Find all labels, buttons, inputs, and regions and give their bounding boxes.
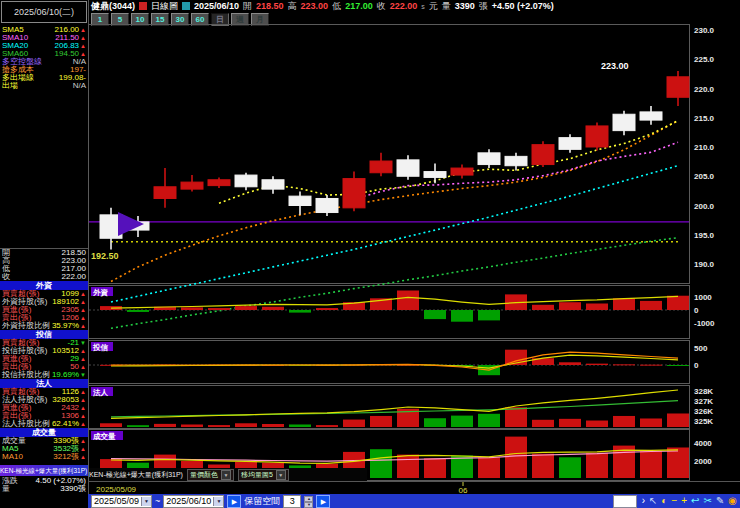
section-row: MA103212張▲ (0, 453, 88, 461)
svg-text:06: 06 (459, 486, 468, 494)
svg-text:190.0: 190.0 (694, 260, 715, 269)
svg-text:328K: 328K (694, 387, 713, 396)
date-from-value: 2025/05/09 (92, 496, 141, 506)
ma-legend: SMA5216.00▲SMA10211.50▲SMA20206.83▲SMA60… (0, 26, 88, 58)
zoom-out-icon[interactable]: − (671, 494, 677, 508)
svg-text:326K: 326K (694, 407, 713, 416)
chart-canvas[interactable]: 230.0225.0220.0215.0210.0205.0200.0195.0… (88, 0, 740, 494)
zoom-in-icon[interactable]: + (681, 494, 687, 508)
svg-text:成交量: 成交量 (92, 432, 116, 441)
svg-text:230.0: 230.0 (694, 26, 715, 35)
ma-volume-value: 移均量圖5 (241, 470, 273, 480)
expand-icon[interactable]: › (642, 494, 645, 508)
section-row: 法人持股比例62.41%▲ (0, 420, 88, 428)
section-row: 外資持股比例35.97%▲ (0, 322, 88, 330)
apply-space-button[interactable]: ▶ (316, 495, 330, 508)
institution-sections: 外資買賣超(張)1099▲外資持股(張)189102▲買進(張)2305▲賣出(… (0, 281, 88, 461)
ohlc-readout: 開218.50高223.00低217.00收222.00 (0, 248, 88, 281)
svg-text:4000: 4000 (694, 439, 712, 448)
bottom-toolbar: 2025/05/09 ▼ ~ 2025/06/10 ▼ ▶ 保留空間 3 ▲▼ … (88, 494, 740, 508)
undo-icon[interactable]: ↩ (691, 494, 699, 508)
screenshot-icon[interactable]: ✂ (703, 494, 711, 508)
section-row: 投信持股比例19.69%▼ (0, 371, 88, 379)
svg-text:195.0: 195.0 (694, 231, 715, 240)
alert-icon[interactable]: ◉ (728, 494, 737, 508)
ma-volume-dropdown[interactable]: 移均量圖5 ▼ (238, 469, 289, 481)
svg-text:2000: 2000 (694, 457, 712, 466)
svg-text:投信: 投信 (92, 343, 109, 352)
svg-text:外資: 外資 (92, 288, 109, 297)
keep-space-input[interactable]: 3 (283, 495, 301, 508)
corner-date: 2025/06/10(二) (1, 1, 87, 23)
sidebar: 2025/06/10(二) SMA5216.00▲SMA10211.50▲SMA… (0, 0, 89, 508)
color-mode-dropdown[interactable]: 量價顏色 ▼ (187, 469, 234, 481)
svg-text:327K: 327K (694, 397, 713, 406)
color-mode-value: 量價顏色 (190, 470, 218, 480)
keep-space-spinner[interactable]: ▲▼ (304, 496, 313, 507)
cursor-icon[interactable]: ↖ (649, 494, 657, 508)
theme-icon[interactable]: ◐ (661, 494, 667, 508)
ken-indicator-toolbar: KEN-極光線+爆大量(獲利31P) 量價顏色 ▼ 移均量圖5 ▼ (89, 468, 367, 481)
svg-text:法人: 法人 (92, 388, 109, 397)
svg-text:-1000: -1000 (694, 319, 715, 328)
ohlc-row: 收222.00 (0, 273, 88, 281)
chart-tools: ›↖◐−+↩✂✎◉ (642, 494, 737, 508)
svg-text:1000: 1000 (694, 293, 712, 302)
svg-text:205.0: 205.0 (694, 172, 715, 181)
svg-text:2025/05/09: 2025/05/09 (96, 485, 137, 494)
chevron-down-icon[interactable]: ▼ (141, 497, 151, 506)
signal-legend: 多空控盤線N/A搶多成本197-多出場線199.08-出場N/A (0, 58, 88, 90)
svg-text:220.0: 220.0 (694, 85, 715, 94)
ken-indicator-label: KEN-極光線+爆大量(獲利31P) (89, 470, 183, 480)
svg-text:215.0: 215.0 (694, 114, 715, 123)
volume-label: 量 (2, 485, 10, 493)
stock-chart-app: 2025/06/10(二) SMA5216.00▲SMA10211.50▲SMA… (0, 0, 740, 508)
date-range-tilde: ~ (155, 496, 160, 506)
svg-text:210.0: 210.0 (694, 143, 715, 152)
ken-indicator-header: KEN-極光線+爆大量(獲利31P) (0, 465, 88, 476)
date-from-select[interactable]: 2025/05/09 ▼ (91, 495, 152, 508)
panel-bars (100, 407, 689, 427)
svg-text:223.00: 223.00 (601, 61, 629, 71)
signal-row: 出場N/A (0, 82, 88, 90)
date-to-select[interactable]: 2025/06/10 ▼ (163, 495, 224, 508)
svg-text:200.0: 200.0 (694, 202, 715, 211)
spinner-down-icon[interactable]: ▼ (304, 502, 313, 508)
svg-text:225.0: 225.0 (694, 55, 715, 64)
chevron-down-icon[interactable]: ▼ (276, 470, 286, 480)
svg-text:325K: 325K (694, 417, 713, 426)
volume-value: 3390張 (60, 485, 86, 493)
quick-input[interactable] (613, 495, 637, 508)
svg-text:0: 0 (694, 361, 699, 370)
svg-text:500: 500 (694, 344, 708, 353)
apply-date-button[interactable]: ▶ (227, 495, 241, 508)
draw-icon[interactable]: ✎ (716, 494, 724, 508)
chevron-down-icon[interactable]: ▼ (221, 470, 231, 480)
keep-space-label: 保留空間 (244, 495, 280, 508)
volume-row: 量 3390張 (0, 485, 88, 493)
svg-text:0: 0 (694, 306, 699, 315)
chevron-down-icon[interactable]: ▼ (213, 497, 223, 506)
svg-text:192.50: 192.50 (91, 251, 119, 261)
date-to-value: 2025/06/10 (164, 496, 213, 506)
long-signal-marker (118, 212, 144, 236)
